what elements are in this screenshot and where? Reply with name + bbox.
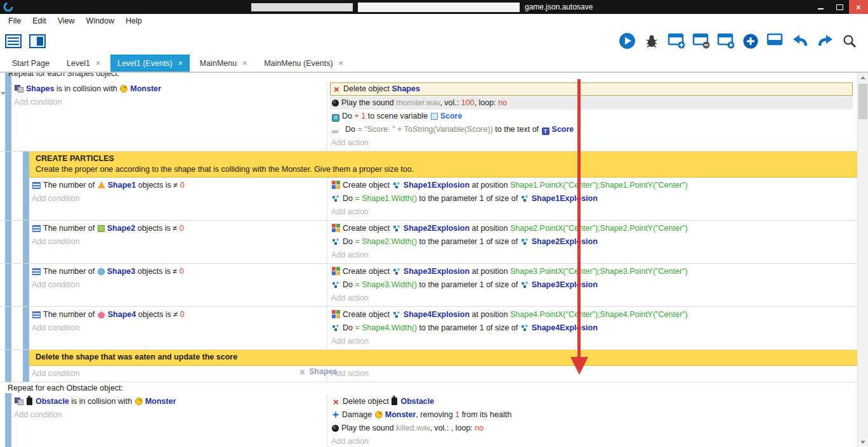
scroll-down-button[interactable]: [858, 437, 868, 447]
redo-button[interactable]: [814, 31, 836, 51]
repeat-event-header[interactable]: Repeat for each Obstacle object:: [0, 382, 858, 394]
tab-close-icon[interactable]: ×: [242, 59, 247, 68]
action-line[interactable]: Create object Shape2Explosion at positio…: [330, 222, 854, 235]
add-condition-link[interactable]: Add condition: [30, 321, 327, 335]
action-line[interactable]: Create object Shape1Explosion at positio…: [330, 179, 854, 192]
add-action-link[interactable]: Add action: [330, 249, 854, 262]
tab-mainmenu-events[interactable]: MainMenu (Events) ×: [257, 55, 350, 72]
add-object-button[interactable]: [740, 31, 761, 51]
tab-level1-events[interactable]: Level1 (Events) ×: [110, 55, 190, 72]
condition-line[interactable]: The number of Shape1 objects is ≠ 0: [30, 179, 327, 192]
add-condition-link[interactable]: Add condition: [13, 96, 327, 109]
add-action-link[interactable]: Add action: [330, 136, 854, 150]
text-segment: Create object: [343, 310, 392, 319]
text-segment: , loop:: [475, 98, 499, 107]
action-line[interactable]: Play the sound monster.wav, vol.: 100, l…: [330, 96, 853, 110]
add-action-link[interactable]: Add action: [330, 292, 854, 305]
action-line[interactable]: Do = Shape2.Width() to the parameter 1 o…: [330, 235, 854, 249]
debug-button[interactable]: [641, 31, 662, 51]
action-line[interactable]: Damage Monster, removing 1 from its heal…: [330, 408, 854, 422]
add-action-link[interactable]: Add action: [330, 367, 854, 380]
text-segment: 0: [180, 181, 185, 190]
text-segment: Shape4: [108, 310, 136, 319]
tab-level1[interactable]: Level1 ×: [60, 55, 107, 72]
project-manager-icon[interactable]: [29, 34, 46, 48]
condition-line[interactable]: The number of Shape3 objects is ≠ 0: [30, 265, 327, 278]
action-line[interactable]: Do = Shape1.Width() to the parameter 1 o…: [330, 192, 854, 205]
create-icon: [332, 181, 340, 189]
ghost-line[interactable]: Delete object Shapes: [296, 365, 337, 379]
redacted-block: [358, 3, 520, 12]
text-segment: = Shape1.Width(): [355, 194, 417, 203]
add-action-link[interactable]: Add action: [330, 335, 854, 348]
event-row: Add conditionAdd action: [0, 366, 858, 382]
add-condition-link[interactable]: Add condition: [30, 278, 327, 292]
scroll-up-button[interactable]: [858, 73, 868, 82]
condition-line[interactable]: The number of Shape2 objects is ≠ 0: [30, 222, 327, 235]
action-line[interactable]: Do = Shape4.Width() to the parameter 1 o…: [330, 321, 854, 335]
tab-start-page[interactable]: Start Page: [5, 55, 56, 72]
text-segment: Shape1.PointX("Center");Shape1.PointY("C…: [510, 181, 688, 190]
add-condition-link[interactable]: Add condition: [13, 408, 327, 422]
text-segment: Do: [345, 125, 357, 134]
sound-icon: [332, 100, 339, 107]
add-action-link[interactable]: Add action: [330, 205, 854, 219]
text-segment: The number of: [43, 224, 97, 233]
count-icon: [32, 182, 41, 189]
maximize-button[interactable]: [830, 0, 849, 14]
comment-block[interactable]: CREATE PARTICLESCreate the proper one ac…: [29, 152, 858, 178]
tab-close-icon[interactable]: ×: [96, 59, 100, 68]
edit-scene-button[interactable]: [715, 31, 737, 51]
menu-help[interactable]: Help: [120, 16, 148, 25]
vertical-scrollbar[interactable]: [857, 73, 868, 447]
explosion-icon: [332, 195, 340, 202]
menu-view[interactable]: View: [52, 16, 81, 25]
text-segment: Monster: [385, 410, 416, 419]
text-segment: to the parameter 1 of size of: [417, 323, 520, 332]
text-segment: Play the sound: [341, 424, 396, 432]
scrollbar-thumb[interactable]: [858, 84, 867, 119]
play-button[interactable]: [616, 31, 638, 51]
add-condition-link[interactable]: Add condition: [30, 235, 327, 249]
text-segment: Shape4.PointX("Center");Shape4.PointY("C…: [510, 310, 688, 319]
text-segment: Shapes: [309, 367, 337, 376]
tab-label: Level1 (Events): [117, 59, 173, 68]
add-condition-label: Add condition: [14, 410, 62, 419]
menu-file[interactable]: File: [3, 16, 27, 25]
action-line[interactable]: Do = Shape3.Width() to the parameter 1 o…: [330, 278, 854, 292]
tab-close-icon[interactable]: ×: [178, 59, 183, 68]
undo-button[interactable]: [789, 31, 811, 51]
add-condition-link[interactable]: Add condition: [30, 192, 327, 205]
add-condition-label: Add condition: [32, 369, 80, 378]
menu-edit[interactable]: Edit: [27, 16, 52, 25]
scene-editor-icon[interactable]: [5, 34, 22, 48]
condition-line[interactable]: Shapes is in collision with Monster: [13, 82, 327, 96]
comment-title: CREATE PARTICLES: [36, 153, 852, 164]
add-scene-button[interactable]: [666, 31, 687, 51]
external-layout-button[interactable]: [765, 31, 786, 51]
text-segment: Shape2: [107, 224, 135, 233]
menu-window[interactable]: Window: [81, 16, 120, 25]
close-button[interactable]: ×: [849, 0, 868, 14]
condition-line[interactable]: Obstacle is in collision with Monster: [13, 395, 327, 408]
action-line[interactable]: Do = "Score: " + ToString(Variable(Score…: [330, 123, 854, 136]
action-line[interactable]: Create object Shape4Explosion at positio…: [330, 308, 854, 321]
minimize-button[interactable]: [811, 0, 830, 14]
tab-close-icon[interactable]: ×: [339, 59, 343, 68]
add-action-link[interactable]: Add action: [330, 435, 854, 447]
search-icon[interactable]: [839, 31, 860, 51]
action-line[interactable]: Do + 1 to scene variable Score: [330, 110, 854, 123]
action-line[interactable]: Delete object Shapes: [330, 82, 853, 96]
tab-mainmenu[interactable]: MainMenu ×: [193, 55, 254, 72]
text-segment: to the parameter 1 of size of: [417, 237, 520, 246]
text-segment: Shape3Explosion: [404, 267, 470, 276]
action-line[interactable]: Delete object Obstacle: [330, 395, 854, 408]
remove-scene-button[interactable]: [690, 31, 712, 51]
add-condition-link[interactable]: Add condition: [30, 367, 327, 380]
action-line[interactable]: Play the sound killed.wav, vol.: , loop:…: [330, 422, 854, 435]
drag-ghost[interactable]: Delete object Shapes: [296, 365, 337, 379]
action-line[interactable]: Create object Shape3Explosion at positio…: [330, 265, 854, 278]
comment-block[interactable]: Delete the shape that was eaten and upda…: [29, 350, 858, 366]
collapse-arrow-icon[interactable]: [1, 92, 6, 95]
condition-line[interactable]: The number of Shape4 objects is ≠ 0: [30, 308, 327, 321]
